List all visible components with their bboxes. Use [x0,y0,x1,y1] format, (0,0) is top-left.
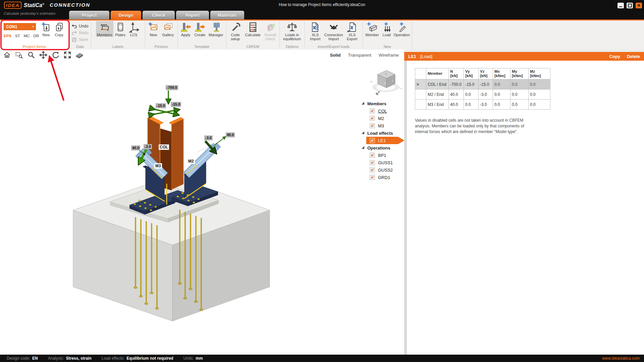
cell-vz[interactable]: -3.0 [479,89,493,100]
cell-n[interactable]: -700.0 [449,79,464,89]
gallery-label: Gallery [162,33,174,37]
code-setup-button[interactable]: Code setup [228,21,243,41]
mode-st[interactable]: ST [15,34,20,38]
fit-view-button[interactable] [63,51,72,59]
new-load-button[interactable]: Load [381,21,393,37]
plates-toggle-button[interactable]: Plates [114,21,127,37]
new-project-item-button[interactable]: New [40,21,52,37]
overall-check-button[interactable]: Overall check [263,21,278,41]
checkbox[interactable]: ✔ [370,175,375,180]
connection-import-button[interactable]: Connection Import [323,21,344,41]
website-link[interactable]: www.ideastatica.com [602,356,640,361]
xls-import-button[interactable]: XLS Import [308,21,323,41]
undo-button[interactable]: Undo [70,23,90,29]
calculate-button[interactable]: Calculate [244,21,262,37]
render-mode-wireframe[interactable]: Wireframe [379,53,399,58]
panel-splitter[interactable] [404,61,407,355]
load-chip-col-n: -700.0 [166,85,178,90]
cell-vy[interactable]: 0.0 [464,89,479,100]
tree-section-load-effects[interactable]: Load effects [361,129,405,137]
cell-vy[interactable]: -15.0 [464,79,479,89]
checkbox[interactable]: ✔ [370,108,375,114]
table-row-m2-end[interactable]: M2 / End 40.0 0.0 -3.0 0.0 0.0 0.0 [415,89,550,100]
checkbox[interactable]: ✔ [370,123,375,128]
section-plane-button[interactable] [75,51,84,59]
tree-item-bp1[interactable]: ✔BP1 [361,152,405,159]
tab-check[interactable]: Check [143,11,175,19]
new-picture-button[interactable]: New [147,21,160,37]
navigation-cube[interactable]: YZX [370,66,403,98]
row-selector[interactable]: > [415,79,426,89]
lcs-toggle-button[interactable]: LCS [127,21,140,37]
checkbox[interactable]: ✔ [370,160,375,165]
mode-dr[interactable]: DR [34,34,39,38]
save-button[interactable]: Save [70,36,89,43]
ribbon-group-project-items: CON1 ▼ EPS ST MC DR New [0,20,69,50]
check-icon: ✔ [371,153,374,158]
project-item-selector[interactable]: CON1 ▼ [4,23,36,30]
load-chip-col-vy: -15.0 [156,103,166,108]
delete-load-button[interactable]: Delete [627,54,640,59]
load-chip-col-vz: -15.0 [171,102,181,107]
tree-item-label: GUSS1 [378,160,393,165]
table-row-col-end[interactable]: > COL / End -700.0 -15.0 -15.0 0.0 0.0 0… [415,79,550,89]
group-label-pictures: Pictures [145,45,177,50]
pan-button[interactable] [39,51,48,59]
tree-item-label: GRD1 [378,175,390,180]
render-mode-solid[interactable]: Solid [330,53,341,58]
create-template-button[interactable]: Create [193,21,207,37]
render-mode-transparent[interactable]: Transparent [348,53,371,58]
col-n: N[kN] [449,68,464,79]
tab-project[interactable]: Project [69,11,109,19]
rotate-view-button[interactable] [51,51,60,59]
checkbox[interactable]: ✔ [370,138,375,143]
tab-design[interactable]: Design [111,11,141,19]
tree-item-guss1[interactable]: ✔GUSS1 [361,159,405,166]
overall-check-icon [265,21,276,33]
cell-vz[interactable]: -3.0 [479,100,493,110]
tab-report[interactable]: Report [176,11,209,19]
new-member-button[interactable]: Member [364,21,380,37]
mode-eps[interactable]: EPS [4,34,11,38]
row-selector[interactable] [415,89,426,100]
tree-item-col[interactable]: ✔COL [361,107,405,115]
close-button[interactable]: ✖ [636,3,642,8]
checkbox[interactable]: ✔ [370,116,375,121]
3d-viewport[interactable]: Solid Transparent Wireframe YZX -700.0 -… [0,50,404,355]
new-operation-button[interactable]: Operation [393,21,411,37]
tree-item-grd1[interactable]: ✔GRD1 [361,174,405,181]
checkbox[interactable]: ✔ [370,167,375,173]
members-toggle-button[interactable]: Members [96,21,113,37]
copy-load-button[interactable]: Copy [609,54,620,59]
mode-mc[interactable]: MC [24,34,30,38]
home-view-button[interactable] [3,51,11,59]
tree-item-le1-selected[interactable]: ✔LE1 [366,137,405,144]
tree-section-members[interactable]: Members [361,100,405,107]
apply-template-button[interactable]: Apply [179,21,193,37]
row-selector[interactable] [415,100,426,110]
minimize-button[interactable] [618,3,624,8]
xls-file-icon [310,21,321,33]
tree-item-m2[interactable]: ✔M2 [361,115,405,122]
redo-button[interactable]: Redo [70,29,90,36]
cell-n[interactable]: 40.0 [449,100,464,110]
checkbox[interactable]: ✔ [370,153,375,158]
gallery-button[interactable]: Gallery [160,21,176,37]
redo-icon [71,30,77,36]
table-row-m3-end[interactable]: M3 / End 40.0 0.0 -3.0 0.0 0.0 0.0 [415,100,550,110]
copy-project-item-button[interactable]: Copy [53,21,65,37]
cell-n[interactable]: 40.0 [449,89,464,100]
cell-vy[interactable]: 0.0 [464,100,479,110]
cell-member: M2 / End [426,89,449,100]
loads-in-equilibrium-button[interactable]: Loads in equilibrium [281,21,303,41]
tree-section-operations[interactable]: Operations [361,144,405,152]
tree-item-guss2[interactable]: ✔GUSS2 [361,166,405,174]
zoom-window-button[interactable] [15,51,23,59]
template-manager-button[interactable]: Manager [207,21,225,37]
tree-item-m3[interactable]: ✔M3 [361,122,405,129]
maximize-button[interactable] [627,3,633,8]
cell-vz[interactable]: -15.0 [479,79,493,89]
zoom-button[interactable] [27,51,36,59]
tab-materials[interactable]: Materials [210,11,244,19]
xls-export-button[interactable]: XLS Export [344,21,360,41]
